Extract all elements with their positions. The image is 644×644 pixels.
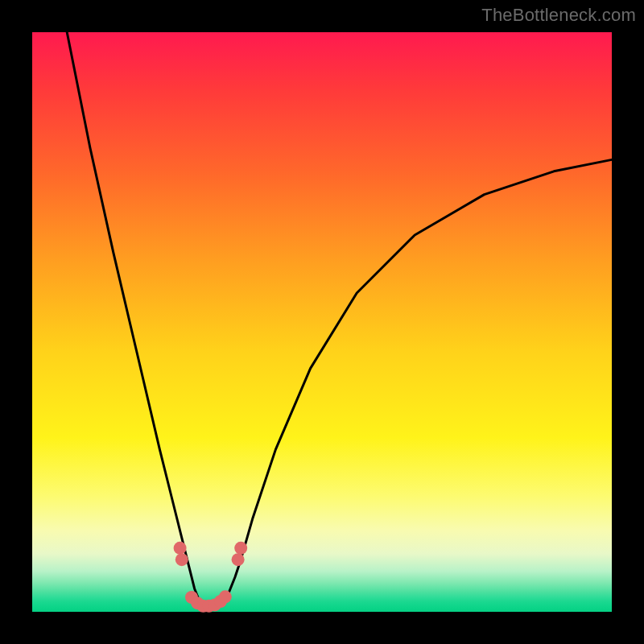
marker-dot (232, 553, 245, 566)
chart-frame: TheBottleneck.com (0, 0, 644, 644)
curve-layer (32, 32, 612, 612)
bottleneck-curve (67, 32, 612, 609)
watermark-text: TheBottleneck.com (481, 5, 636, 26)
marker-dot (234, 542, 247, 555)
plot-area (32, 32, 612, 612)
marker-dot (174, 542, 187, 555)
marker-dot (219, 590, 232, 603)
marker-dot (175, 553, 188, 566)
